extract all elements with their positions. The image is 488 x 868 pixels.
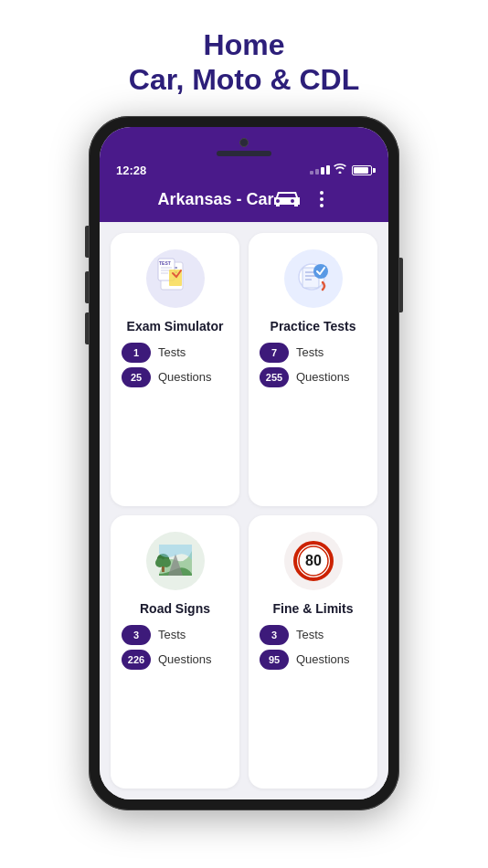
signal-icon bbox=[310, 165, 330, 175]
practice-tests-questions-row: 255 Questions bbox=[260, 367, 366, 387]
practice-tests-tests-label: Tests bbox=[296, 345, 324, 359]
header-icons bbox=[274, 190, 331, 208]
exam-simulator-label: Exam Simulator bbox=[127, 319, 224, 333]
fine-limits-card[interactable]: 80 Fine & Limits 3 Tests 95 Questions bbox=[249, 515, 377, 789]
status-bar: 12:28 bbox=[100, 162, 388, 183]
road-signs-stats: 3 Tests 226 Questions bbox=[122, 625, 228, 670]
road-signs-card[interactable]: Road Signs 3 Tests 226 Questions bbox=[111, 515, 239, 789]
practice-tests-icon-area bbox=[281, 246, 346, 312]
phone-frame: 12:28 bbox=[89, 116, 399, 810]
fine-limits-icon-area: 80 bbox=[281, 528, 346, 594]
exam-simulator-card[interactable]: TEST Exam Simulator 1 Tests 2 bbox=[111, 233, 239, 506]
practice-tests-card[interactable]: Practice Tests 7 Tests 255 Questions bbox=[249, 233, 377, 506]
practice-tests-questions-badge: 255 bbox=[260, 367, 289, 387]
practice-tests-tests-row: 7 Tests bbox=[260, 343, 366, 363]
svg-point-25 bbox=[162, 558, 171, 567]
app-header-title: Arkansas - Car bbox=[157, 190, 273, 209]
exam-simulator-stats: 1 Tests 25 Questions bbox=[122, 343, 228, 387]
status-icons bbox=[310, 164, 372, 176]
exam-simulator-questions-badge: 25 bbox=[122, 367, 151, 387]
svg-point-0 bbox=[320, 191, 324, 195]
page-title-area: Home Car, Moto & CDL bbox=[129, 27, 359, 98]
practice-tests-questions-label: Questions bbox=[296, 370, 350, 384]
svg-point-2 bbox=[320, 204, 324, 207]
page-title: Home Car, Moto & CDL bbox=[129, 27, 359, 98]
road-signs-tests-badge: 3 bbox=[122, 625, 151, 645]
road-signs-tests-label: Tests bbox=[158, 628, 186, 641]
practice-tests-tests-badge: 7 bbox=[260, 343, 289, 363]
practice-tests-stats: 7 Tests 255 Questions bbox=[260, 343, 366, 387]
app-content-grid: TEST Exam Simulator 1 Tests 2 bbox=[100, 222, 388, 799]
exam-simulator-questions-row: 25 Questions bbox=[122, 367, 228, 387]
exam-simulator-tests-row: 1 Tests bbox=[122, 343, 228, 363]
more-options-icon[interactable] bbox=[313, 190, 331, 208]
exam-simulator-icon: TEST bbox=[143, 246, 208, 312]
wifi-icon bbox=[334, 164, 346, 176]
fine-limits-questions-badge: 95 bbox=[260, 650, 289, 670]
svg-text:80: 80 bbox=[305, 553, 322, 568]
fine-limits-tests-row: 3 Tests bbox=[260, 625, 366, 645]
practice-tests-label: Practice Tests bbox=[271, 319, 356, 333]
exam-simulator-icon-area: TEST bbox=[143, 246, 208, 312]
status-time: 12:28 bbox=[116, 164, 146, 177]
phone-screen: 12:28 bbox=[100, 127, 388, 799]
status-header-area: 12:28 bbox=[100, 127, 388, 222]
road-signs-label: Road Signs bbox=[140, 601, 210, 616]
fine-limits-tests-badge: 3 bbox=[260, 625, 289, 645]
road-signs-questions-row: 226 Questions bbox=[122, 650, 228, 670]
road-signs-icon bbox=[143, 528, 208, 594]
fine-limits-tests-label: Tests bbox=[296, 628, 324, 641]
fine-limits-questions-row: 95 Questions bbox=[260, 650, 366, 670]
exam-simulator-questions-label: Questions bbox=[158, 370, 212, 384]
road-signs-questions-badge: 226 bbox=[122, 650, 151, 670]
svg-text:TEST: TEST bbox=[159, 260, 171, 266]
car-icon[interactable] bbox=[274, 190, 300, 208]
fine-limits-icon: 80 bbox=[281, 528, 346, 594]
exam-simulator-tests-badge: 1 bbox=[122, 343, 151, 363]
road-signs-icon-area bbox=[143, 528, 208, 594]
speaker bbox=[217, 151, 271, 156]
app-header: Arkansas - Car bbox=[143, 183, 345, 222]
practice-tests-icon bbox=[281, 246, 346, 312]
exam-simulator-tests-label: Tests bbox=[158, 345, 186, 359]
road-signs-tests-row: 3 Tests bbox=[122, 625, 228, 645]
road-signs-questions-label: Questions bbox=[158, 652, 212, 666]
fine-limits-stats: 3 Tests 95 Questions bbox=[260, 625, 366, 670]
svg-point-1 bbox=[320, 197, 324, 201]
fine-limits-questions-label: Questions bbox=[296, 652, 350, 666]
battery-icon bbox=[352, 165, 372, 175]
fine-limits-label: Fine & Limits bbox=[273, 601, 354, 616]
front-camera bbox=[239, 138, 249, 147]
